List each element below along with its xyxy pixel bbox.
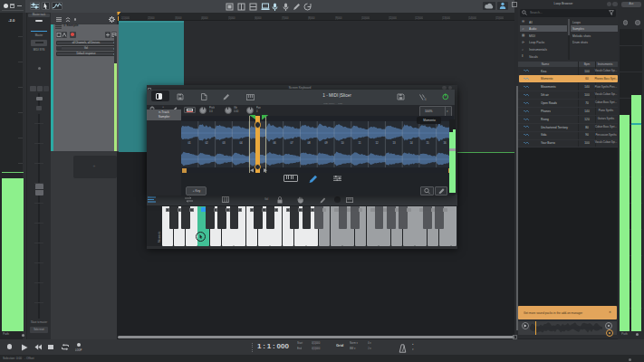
svg-text:6: 6	[424, 96, 427, 100]
